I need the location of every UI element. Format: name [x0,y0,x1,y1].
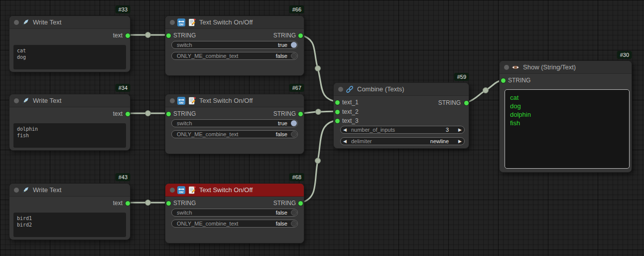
text-input[interactable]: dolphin fish [13,123,126,148]
link-dot[interactable] [145,200,151,206]
node-title: Write Text [33,97,61,104]
node-titlebar[interactable]: ON! Text Switch On/Off [165,16,304,29]
increment-arrow[interactable]: ▶ [458,126,462,133]
memo-icon [188,186,196,194]
output-port[interactable] [298,112,303,116]
output-label: text [113,31,123,39]
widget-value: newline [430,138,449,144]
input-label: text_3 [342,117,359,125]
widget-label: number_of_inputs [351,127,446,133]
collapse-dot[interactable] [504,65,509,70]
node-text-switch-68[interactable]: ON! Text Switch On/Off STRING STRING swi… [165,183,304,244]
node-titlebar[interactable]: ON! Text Switch On/Off [165,184,304,197]
decrement-arrow[interactable]: ◀ [343,126,347,133]
node-title: Combine (Texts) [357,85,404,93]
collapse-dot[interactable] [170,98,175,103]
widget-label: ONLY_ME_combine_text [177,221,276,227]
input-port[interactable] [166,112,171,116]
link-dot[interactable] [316,109,321,115]
collapse-dot[interactable] [14,20,19,25]
input-port[interactable] [501,78,506,83]
toggle-knob[interactable] [291,131,297,137]
toggle-knob[interactable] [291,210,297,216]
link-dot[interactable] [145,32,151,38]
input-port-text-2[interactable] [335,110,340,114]
svg-text:ON!: ON! [179,23,184,26]
link-dot[interactable] [145,111,151,116]
input-label: STRING [173,31,196,39]
node-combine-texts-59[interactable]: Combine (Texts) text_1 text_2 text_3 STR… [333,82,469,149]
collapse-dot[interactable] [170,20,175,25]
collapse-dot[interactable] [170,188,175,193]
widget-only-me-toggle[interactable]: ONLY_ME_combine_text false [171,130,298,138]
node-titlebar[interactable]: Combine (Texts) [334,83,469,96]
next-arrow[interactable]: ▶ [458,138,462,145]
on-off-arrow-icon: ON! [177,18,185,26]
pen-icon [21,18,29,26]
pen-icon [21,97,29,105]
node-title: Write Text [33,186,61,194]
node-write-text-34[interactable]: Write Text text dolphin fish [9,94,130,151]
input-port-text-1[interactable] [335,100,340,105]
node-write-text-43[interactable]: Write Text text bird1 bird2 [9,183,130,240]
node-show-string-text-30[interactable]: Show (String/Text) STRING cat dog dolphi… [499,60,632,173]
input-port[interactable] [166,201,171,206]
widget-value: false [276,210,287,216]
toggle-knob[interactable] [291,120,297,126]
pen-icon [21,186,29,194]
node-title: Show (String/Text) [523,63,576,71]
collapse-dot[interactable] [14,188,19,193]
node-title: Text Switch On/Off [199,18,253,26]
collapse-dot[interactable] [338,87,343,92]
input-label: text_1 [342,98,359,106]
text-input[interactable]: cat dog [13,45,126,69]
widget-only-me-toggle[interactable]: ONLY_ME_combine_text false [171,220,298,228]
memo-icon [188,18,196,26]
widget-label: ONLY_ME_combine_text [177,53,276,59]
widget-value: 3 [446,127,449,133]
node-titlebar[interactable]: ON! Text Switch On/Off [165,94,304,107]
widget-value: false [276,53,287,59]
input-label: STRING [173,110,196,118]
collapse-dot[interactable] [14,98,19,103]
widget-switch-toggle[interactable]: switch true [171,41,298,49]
node-write-text-33[interactable]: Write Text text cat dog [9,15,130,72]
widget-delimiter[interactable]: ◀ delimiter newline ▶ [340,137,465,145]
widget-switch-toggle[interactable]: switch false [171,209,298,217]
text-input[interactable]: bird1 bird2 [13,213,126,237]
output-port[interactable] [298,33,303,38]
output-port[interactable] [126,33,130,38]
memo-icon [188,97,196,105]
output-port[interactable] [126,112,130,116]
node-titlebar[interactable]: Write Text [9,94,130,107]
node-titlebar[interactable]: Show (String/Text) [500,61,632,74]
graph-canvas[interactable]: #33 #66 #34 #67 #43 #68 #59 #30 Write Te… [0,0,644,256]
node-titlebar[interactable]: Write Text [9,16,130,29]
node-text-switch-67[interactable]: ON! Text Switch On/Off STRING STRING swi… [165,94,304,154]
output-port[interactable] [464,101,469,105]
link-dot[interactable] [315,158,321,164]
prev-arrow[interactable]: ◀ [343,138,347,145]
link-dot[interactable] [315,66,321,71]
node-title: Write Text [33,18,61,26]
node-id-badge: #43 [116,173,130,181]
output-port[interactable] [298,201,303,206]
widget-number-of-inputs[interactable]: ◀ number_of_inputs 3 ▶ [340,126,465,134]
node-title: Text Switch On/Off [199,186,253,194]
output-label: STRING [273,31,296,39]
input-port-text-3[interactable] [335,119,340,123]
svg-text:ON!: ON! [179,101,184,104]
node-id-badge: #67 [289,84,304,92]
toggle-knob[interactable] [291,53,297,59]
node-titlebar[interactable]: Write Text [9,184,130,197]
node-text-switch-66[interactable]: ON! Text Switch On/Off STRING STRING swi… [165,15,304,76]
output-port[interactable] [126,201,130,206]
widget-only-me-toggle[interactable]: ONLY_ME_combine_text false [171,52,298,60]
toggle-knob[interactable] [291,221,297,227]
input-label: STRING [173,199,196,207]
widget-switch-toggle[interactable]: switch true [171,119,298,127]
node-id-badge: #33 [116,5,130,13]
link-dot[interactable] [483,88,489,93]
input-port[interactable] [166,33,171,38]
toggle-knob[interactable] [291,42,297,48]
